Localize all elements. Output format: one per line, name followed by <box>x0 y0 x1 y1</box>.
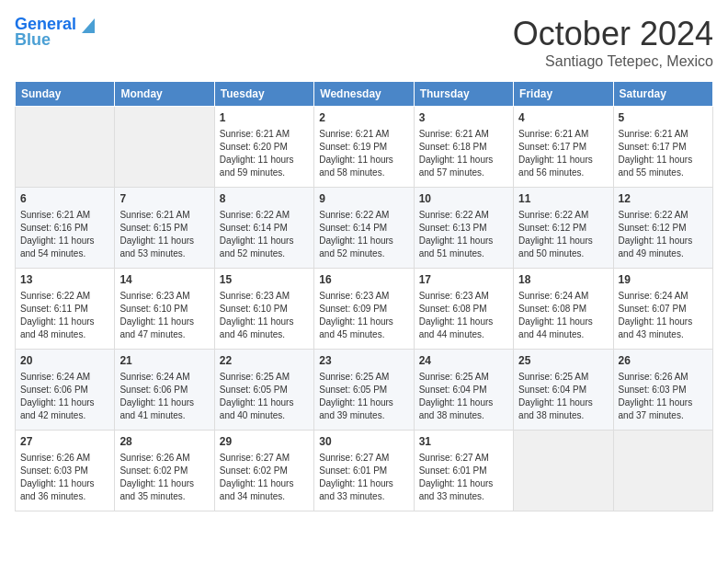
calendar-week-row: 27Sunrise: 6:26 AM Sunset: 6:03 PM Dayli… <box>16 431 713 511</box>
calendar-cell: 30Sunrise: 6:27 AM Sunset: 6:01 PM Dayli… <box>314 431 414 511</box>
day-info: Sunrise: 6:27 AM Sunset: 6:02 PM Dayligh… <box>220 452 309 503</box>
calendar-cell: 26Sunrise: 6:26 AM Sunset: 6:03 PM Dayli… <box>613 350 712 431</box>
day-info: Sunrise: 6:22 AM Sunset: 6:12 PM Dayligh… <box>518 209 608 260</box>
day-info: Sunrise: 6:26 AM Sunset: 6:02 PM Dayligh… <box>119 452 209 503</box>
day-info: Sunrise: 6:24 AM Sunset: 6:06 PM Dayligh… <box>20 371 109 422</box>
day-number: 3 <box>419 110 508 126</box>
calendar-cell: 6Sunrise: 6:21 AM Sunset: 6:16 PM Daylig… <box>16 188 115 269</box>
day-info: Sunrise: 6:23 AM Sunset: 6:10 PM Dayligh… <box>119 290 209 341</box>
day-info: Sunrise: 6:27 AM Sunset: 6:01 PM Dayligh… <box>319 452 408 503</box>
day-number: 2 <box>319 110 408 126</box>
day-number: 8 <box>220 191 309 207</box>
calendar-cell: 25Sunrise: 6:25 AM Sunset: 6:04 PM Dayli… <box>514 350 613 431</box>
day-number: 30 <box>319 434 408 450</box>
day-info: Sunrise: 6:23 AM Sunset: 6:08 PM Dayligh… <box>419 290 508 341</box>
calendar-cell: 20Sunrise: 6:24 AM Sunset: 6:06 PM Dayli… <box>16 350 115 431</box>
calendar-cell: 15Sunrise: 6:23 AM Sunset: 6:10 PM Dayli… <box>214 269 313 350</box>
calendar-cell: 22Sunrise: 6:25 AM Sunset: 6:05 PM Dayli… <box>214 350 313 431</box>
calendar-cell: 14Sunrise: 6:23 AM Sunset: 6:10 PM Dayli… <box>115 269 214 350</box>
day-number: 6 <box>20 191 109 207</box>
day-info: Sunrise: 6:21 AM Sunset: 6:20 PM Dayligh… <box>220 128 309 179</box>
calendar-cell: 23Sunrise: 6:25 AM Sunset: 6:05 PM Dayli… <box>314 350 414 431</box>
day-info: Sunrise: 6:22 AM Sunset: 6:14 PM Dayligh… <box>220 209 309 260</box>
day-number: 22 <box>220 353 309 369</box>
day-number: 15 <box>220 272 309 288</box>
calendar-cell: 17Sunrise: 6:23 AM Sunset: 6:08 PM Dayli… <box>414 269 513 350</box>
weekday-header-friday: Friday <box>514 82 613 107</box>
day-number: 7 <box>119 191 209 207</box>
calendar-cell <box>115 107 214 188</box>
location-title: Santiago Tetepec, Mexico <box>513 53 713 70</box>
day-number: 10 <box>419 191 508 207</box>
day-number: 4 <box>518 110 608 126</box>
day-number: 23 <box>319 353 408 369</box>
calendar-cell: 31Sunrise: 6:27 AM Sunset: 6:01 PM Dayli… <box>414 431 513 511</box>
calendar-week-row: 13Sunrise: 6:22 AM Sunset: 6:11 PM Dayli… <box>16 269 713 350</box>
day-info: Sunrise: 6:21 AM Sunset: 6:17 PM Dayligh… <box>518 128 608 179</box>
calendar-cell: 16Sunrise: 6:23 AM Sunset: 6:09 PM Dayli… <box>314 269 414 350</box>
day-number: 16 <box>319 272 408 288</box>
calendar-cell: 10Sunrise: 6:22 AM Sunset: 6:13 PM Dayli… <box>414 188 513 269</box>
day-info: Sunrise: 6:25 AM Sunset: 6:05 PM Dayligh… <box>220 371 309 422</box>
calendar-cell <box>613 431 712 511</box>
calendar-cell: 1Sunrise: 6:21 AM Sunset: 6:20 PM Daylig… <box>214 107 313 188</box>
day-info: Sunrise: 6:21 AM Sunset: 6:17 PM Dayligh… <box>619 128 708 179</box>
day-number: 18 <box>518 272 608 288</box>
weekday-header-tuesday: Tuesday <box>214 82 313 107</box>
calendar-cell <box>16 107 115 188</box>
day-info: Sunrise: 6:22 AM Sunset: 6:11 PM Dayligh… <box>20 290 109 341</box>
day-number: 21 <box>119 353 209 369</box>
day-info: Sunrise: 6:26 AM Sunset: 6:03 PM Dayligh… <box>20 452 109 503</box>
calendar-week-row: 6Sunrise: 6:21 AM Sunset: 6:16 PM Daylig… <box>16 188 713 269</box>
calendar-week-row: 20Sunrise: 6:24 AM Sunset: 6:06 PM Dayli… <box>16 350 713 431</box>
calendar-cell: 28Sunrise: 6:26 AM Sunset: 6:02 PM Dayli… <box>115 431 214 511</box>
day-info: Sunrise: 6:24 AM Sunset: 6:07 PM Dayligh… <box>619 290 708 341</box>
calendar-cell: 9Sunrise: 6:22 AM Sunset: 6:14 PM Daylig… <box>314 188 414 269</box>
logo-text-blue: Blue <box>15 31 51 50</box>
weekday-header-sunday: Sunday <box>16 82 115 107</box>
calendar-cell: 29Sunrise: 6:27 AM Sunset: 6:02 PM Dayli… <box>214 431 313 511</box>
calendar-cell: 3Sunrise: 6:21 AM Sunset: 6:18 PM Daylig… <box>414 107 513 188</box>
calendar-cell <box>514 431 613 511</box>
svg-marker-0 <box>82 18 95 33</box>
calendar-cell: 24Sunrise: 6:25 AM Sunset: 6:04 PM Dayli… <box>414 350 513 431</box>
calendar-cell: 12Sunrise: 6:22 AM Sunset: 6:12 PM Dayli… <box>613 188 712 269</box>
day-info: Sunrise: 6:23 AM Sunset: 6:09 PM Dayligh… <box>319 290 408 341</box>
weekday-header-thursday: Thursday <box>414 82 513 107</box>
day-number: 1 <box>220 110 309 126</box>
calendar-cell: 19Sunrise: 6:24 AM Sunset: 6:07 PM Dayli… <box>613 269 712 350</box>
day-number: 5 <box>619 110 708 126</box>
weekday-header-monday: Monday <box>115 82 214 107</box>
day-info: Sunrise: 6:21 AM Sunset: 6:18 PM Dayligh… <box>419 128 508 179</box>
day-info: Sunrise: 6:25 AM Sunset: 6:04 PM Dayligh… <box>419 371 508 422</box>
day-number: 17 <box>419 272 508 288</box>
day-number: 14 <box>119 272 209 288</box>
day-number: 25 <box>518 353 608 369</box>
day-info: Sunrise: 6:21 AM Sunset: 6:19 PM Dayligh… <box>319 128 408 179</box>
title-area: October 2024 Santiago Tetepec, Mexico <box>513 15 713 70</box>
day-number: 19 <box>619 272 708 288</box>
calendar-cell: 4Sunrise: 6:21 AM Sunset: 6:17 PM Daylig… <box>514 107 613 188</box>
day-info: Sunrise: 6:23 AM Sunset: 6:10 PM Dayligh… <box>220 290 309 341</box>
month-title: October 2024 <box>513 15 713 53</box>
day-number: 28 <box>119 434 209 450</box>
day-number: 20 <box>20 353 109 369</box>
weekday-header-saturday: Saturday <box>613 82 712 107</box>
day-number: 31 <box>419 434 508 450</box>
day-info: Sunrise: 6:21 AM Sunset: 6:15 PM Dayligh… <box>119 209 209 260</box>
day-info: Sunrise: 6:22 AM Sunset: 6:12 PM Dayligh… <box>619 209 708 260</box>
day-info: Sunrise: 6:22 AM Sunset: 6:14 PM Dayligh… <box>319 209 408 260</box>
calendar-cell: 21Sunrise: 6:24 AM Sunset: 6:06 PM Dayli… <box>115 350 214 431</box>
calendar-cell: 7Sunrise: 6:21 AM Sunset: 6:15 PM Daylig… <box>115 188 214 269</box>
calendar-cell: 5Sunrise: 6:21 AM Sunset: 6:17 PM Daylig… <box>613 107 712 188</box>
logo: General Blue <box>15 15 98 50</box>
day-info: Sunrise: 6:24 AM Sunset: 6:06 PM Dayligh… <box>119 371 209 422</box>
calendar-cell: 13Sunrise: 6:22 AM Sunset: 6:11 PM Dayli… <box>16 269 115 350</box>
day-number: 24 <box>419 353 508 369</box>
weekday-header-row: SundayMondayTuesdayWednesdayThursdayFrid… <box>16 82 713 107</box>
day-info: Sunrise: 6:25 AM Sunset: 6:05 PM Dayligh… <box>319 371 408 422</box>
day-number: 29 <box>220 434 309 450</box>
logo-icon <box>78 15 98 35</box>
day-number: 27 <box>20 434 109 450</box>
calendar-cell: 11Sunrise: 6:22 AM Sunset: 6:12 PM Dayli… <box>514 188 613 269</box>
